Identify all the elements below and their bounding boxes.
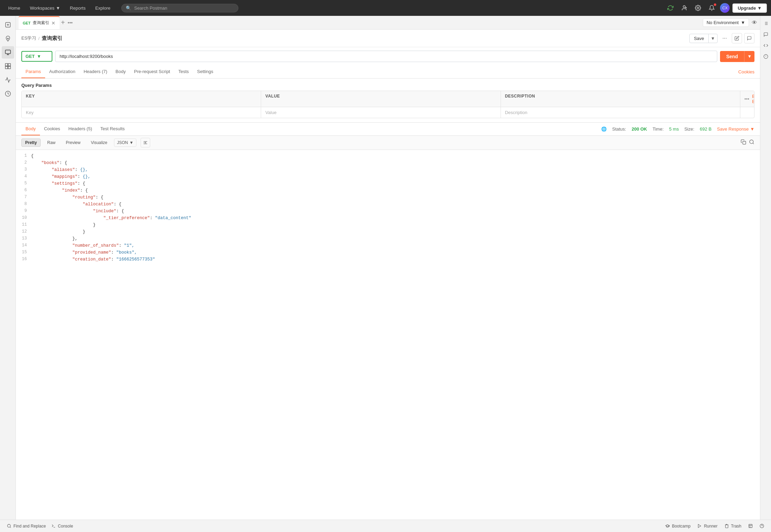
json-line: 5 "settings": {	[16, 180, 760, 187]
query-params-label: Query Params	[21, 83, 754, 88]
more-tabs-button[interactable]: •••	[68, 20, 73, 25]
desc-input-cell[interactable]: Description	[501, 107, 740, 118]
line-content: "aliases": {},	[31, 166, 757, 173]
find-replace-button[interactable]: Find and Replace	[4, 522, 49, 530]
tab-pre-request[interactable]: Pre-request Script	[130, 65, 174, 78]
nav-workspaces[interactable]: Workspaces ▼	[26, 3, 64, 13]
active-tab[interactable]: GET 查询索引 ✕	[19, 16, 60, 29]
trash-button[interactable]: Trash	[722, 522, 744, 530]
svg-rect-19	[743, 141, 746, 144]
edit-icon-button[interactable]	[732, 33, 742, 43]
line-content: }	[31, 228, 757, 235]
svg-rect-12	[8, 64, 10, 66]
settings-icon[interactable]	[692, 2, 703, 13]
sidebar-collections-icon[interactable]	[2, 32, 14, 45]
layout-button[interactable]	[746, 522, 755, 530]
svg-marker-34	[698, 524, 701, 528]
json-line: 11 }	[16, 222, 760, 228]
params-more-icon[interactable]: •••	[744, 96, 749, 101]
sidebar-history-icon[interactable]	[2, 88, 14, 100]
add-tab-button[interactable]: +	[61, 19, 65, 27]
sidebar-api-icon[interactable]	[2, 46, 14, 59]
send-main-button[interactable]: Send	[720, 51, 744, 62]
tab-body[interactable]: Body	[111, 65, 130, 78]
save-main-button[interactable]: Save	[690, 34, 709, 43]
right-sidebar-icon-3[interactable]	[761, 41, 771, 50]
key-input-cell[interactable]: Key	[22, 107, 261, 118]
line-content: "number_of_shards": "1",	[31, 242, 757, 249]
upgrade-button[interactable]: Upgrade ▼	[732, 3, 767, 13]
json-line: 10 "_tier_preference": "data_content"	[16, 215, 760, 222]
response-status-bar: 🌐 Status: 200 OK Time: 5 ms Size: 692 B …	[601, 126, 754, 132]
search-bar[interactable]: 🔍 Search Postman	[121, 4, 238, 12]
line-number: 12	[19, 228, 31, 235]
save-dropdown-button[interactable]: ▼	[709, 34, 717, 43]
svg-rect-8	[5, 50, 10, 54]
more-options-button[interactable]: ···	[720, 34, 730, 43]
bulk-edit-button[interactable]: Bulk Edit	[752, 94, 754, 104]
right-sidebar-icon-4[interactable]	[761, 52, 771, 61]
json-line: 16 "creation_date": "1666256577353"	[16, 256, 760, 263]
method-select[interactable]: GET ▼	[21, 51, 52, 62]
sidebar-environments-icon[interactable]	[2, 60, 14, 72]
json-viewer[interactable]: 1{2 "books": {3 "aliases": {},4 "mapping…	[16, 150, 760, 520]
nav-reports[interactable]: Reports	[66, 3, 90, 13]
json-line: 7 "routing": {	[16, 194, 760, 201]
tab-headers[interactable]: Headers (7)	[80, 65, 112, 78]
time-value: 5 ms	[669, 126, 679, 132]
resp-tab-test-results[interactable]: Test Results	[96, 123, 129, 135]
json-line: 12 }	[16, 228, 760, 235]
send-button-group[interactable]: Send ▼	[720, 51, 754, 62]
tab-tests[interactable]: Tests	[174, 65, 193, 78]
value-input-cell[interactable]: Value	[261, 107, 501, 118]
right-sidebar-icon-1[interactable]	[761, 19, 771, 28]
search-response-icon[interactable]	[749, 139, 754, 146]
sidebar-mock-icon[interactable]	[2, 74, 14, 86]
bootcamp-button[interactable]: Bootcamp	[662, 522, 693, 530]
nav-explore[interactable]: Explore	[91, 3, 114, 13]
resp-tab-cookies[interactable]: Cookies	[40, 123, 64, 135]
tab-close-button[interactable]: ✕	[51, 21, 55, 25]
params-table: KEY VALUE DESCRIPTION ••• Bulk Edit Key …	[21, 91, 754, 118]
environment-eye-icon[interactable]: 👁	[752, 20, 757, 26]
language-select[interactable]: JSON ▼	[114, 139, 137, 147]
save-response-button[interactable]: Save Response ▼	[717, 126, 754, 132]
cookies-button[interactable]: Cookies	[738, 69, 754, 74]
nav-home[interactable]: Home	[4, 3, 24, 13]
line-number: 16	[19, 256, 31, 263]
invite-icon[interactable]	[679, 2, 690, 13]
content-area: GET 查询索引 ✕ + ••• No Environment ▼ 👁	[16, 16, 760, 520]
line-content: "books": {	[31, 160, 757, 166]
line-content: }	[31, 222, 757, 228]
copy-icon[interactable]	[741, 139, 746, 146]
tab-authorization[interactable]: Authorization	[45, 65, 80, 78]
tab-params[interactable]: Params	[21, 65, 45, 78]
sidebar-new-icon[interactable]	[2, 19, 14, 31]
tab-settings[interactable]: Settings	[193, 65, 217, 78]
sync-icon[interactable]	[665, 2, 676, 13]
avatar[interactable]: CX	[720, 3, 730, 13]
url-input[interactable]	[55, 51, 717, 62]
format-preview[interactable]: Preview	[62, 139, 84, 147]
save-button-group[interactable]: Save ▼	[689, 34, 718, 43]
size-value: 692 B	[700, 126, 711, 132]
params-empty-row: Key Value Description	[22, 107, 754, 118]
format-raw[interactable]: Raw	[43, 139, 59, 147]
breadcrumb-parent: ES学习	[21, 35, 36, 41]
help-button[interactable]	[757, 522, 767, 530]
send-dropdown-button[interactable]: ▼	[744, 51, 754, 62]
environment-selector[interactable]: No Environment ▼	[703, 18, 749, 27]
resp-tab-body[interactable]: Body	[21, 123, 40, 135]
bottom-right-group: Bootcamp Runner Trash	[662, 522, 767, 530]
wrap-icon[interactable]	[141, 138, 150, 147]
right-sidebar-icon-2[interactable]	[761, 30, 771, 39]
params-header-actions: ••• Bulk Edit	[740, 91, 754, 107]
runner-button[interactable]: Runner	[695, 522, 720, 530]
format-pretty[interactable]: Pretty	[21, 139, 41, 147]
comment-icon-button[interactable]	[744, 33, 754, 43]
col-value: VALUE	[261, 91, 501, 107]
console-button[interactable]: Console	[49, 522, 76, 530]
notifications-icon[interactable]	[706, 2, 717, 13]
resp-tab-headers[interactable]: Headers (5)	[64, 123, 96, 135]
format-visualize[interactable]: Visualize	[87, 139, 111, 147]
